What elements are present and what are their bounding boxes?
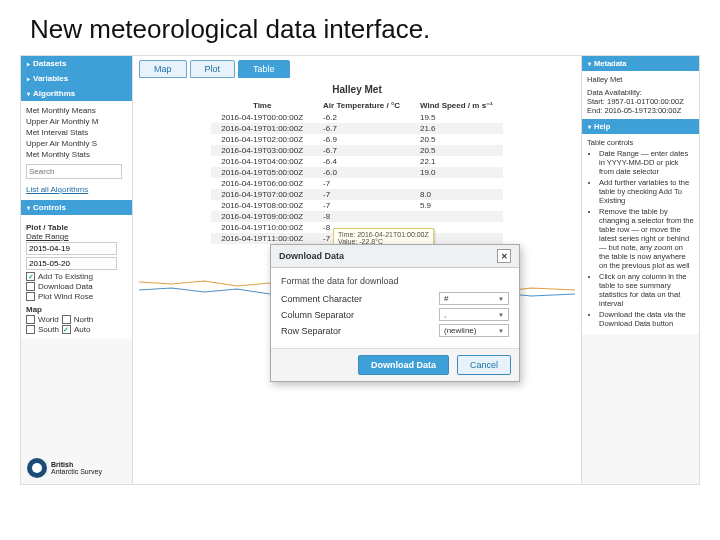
panel-help[interactable]: ▾Help: [582, 119, 699, 134]
table-cell: 2016-04-19T11:00:00Z: [211, 233, 313, 244]
chevron-down-icon: ▾: [588, 123, 591, 130]
chevron-down-icon: ▾: [27, 90, 30, 97]
panel-controls[interactable]: ▾Controls: [21, 200, 132, 215]
left-sidebar: ▸Datasets ▸Variables ▾Algorithms Met Mon…: [21, 56, 133, 484]
auto-checkbox[interactable]: [62, 325, 71, 334]
col-sep-select[interactable]: ,▼: [439, 308, 509, 321]
col-temp[interactable]: Air Temperature / °C: [313, 99, 410, 112]
station-name: Halley Met: [587, 75, 694, 84]
checkbox-label: Plot Wind Rose: [38, 292, 93, 301]
checkbox-label: North: [74, 315, 94, 324]
field-value: #: [444, 294, 448, 303]
col-time[interactable]: Time: [211, 99, 313, 112]
availability-end: End: 2016-05-19T23:00:00Z: [587, 106, 694, 115]
panel-algorithms[interactable]: ▾Algorithms: [21, 86, 132, 101]
help-title: Table controls: [587, 138, 694, 147]
panel-label: Metadata: [594, 59, 627, 68]
field-label: Column Separator: [281, 310, 354, 320]
panel-label: Algorithms: [33, 89, 75, 98]
tooltip-time: Time: 2016-04-21T01:00:00Z: [338, 231, 429, 238]
world-checkbox[interactable]: [26, 315, 35, 324]
table-cell: 2016-04-19T08:00:00Z: [211, 200, 313, 211]
checkbox-label: Add To Existing: [38, 272, 93, 281]
field-label: Comment Character: [281, 294, 362, 304]
table-row[interactable]: 2016-04-19T03:00:00Z-6.720.5: [211, 145, 503, 156]
algorithm-search-input[interactable]: [26, 164, 122, 179]
date-from-input[interactable]: [26, 242, 117, 255]
download-modal: Download Data ✕ Format the data for down…: [270, 244, 520, 382]
table-row[interactable]: 2016-04-19T01:00:00Z-6.721.6: [211, 123, 503, 134]
list-all-algorithms-link[interactable]: List all Algorithms: [26, 183, 127, 196]
chevron-down-icon: ▾: [588, 60, 591, 67]
table-row[interactable]: 2016-04-19T09:00:00Z-8: [211, 211, 503, 222]
panel-label: Controls: [33, 203, 66, 212]
chevron-right-icon: ▸: [27, 75, 30, 82]
table-cell: -6.7: [313, 145, 410, 156]
tab-table[interactable]: Table: [238, 60, 290, 78]
table-row[interactable]: 2016-04-19T08:00:00Z-75.9: [211, 200, 503, 211]
comment-char-select[interactable]: #▼: [439, 292, 509, 305]
availability-label: Data Availability:: [587, 88, 694, 97]
table-cell: 2016-04-19T02:00:00Z: [211, 134, 313, 145]
table-cell: 2016-04-19T00:00:00Z: [211, 112, 313, 123]
plot-wind-rose-checkbox[interactable]: [26, 292, 35, 301]
row-sep-select[interactable]: (newline)▼: [439, 324, 509, 337]
algorithm-item[interactable]: Met Interval Stats: [26, 127, 127, 138]
table-cell: 5.9: [410, 200, 503, 211]
tab-plot[interactable]: Plot: [190, 60, 236, 78]
table-cell: -6.9: [313, 134, 410, 145]
form-row-colsep: Column Separator ,▼: [281, 308, 509, 321]
algorithms-body: Met Monthly Means Upper Air Monthly M Me…: [21, 101, 132, 200]
chevron-down-icon: ▼: [498, 328, 504, 334]
cancel-button[interactable]: Cancel: [457, 355, 511, 375]
table-cell: 21.6: [410, 123, 503, 134]
view-tabs: Map Plot Table: [139, 60, 575, 78]
col-wind[interactable]: Wind Speed / m s⁻¹: [410, 99, 503, 112]
table-cell: -8: [313, 211, 410, 222]
download-data-checkbox[interactable]: [26, 282, 35, 291]
close-icon[interactable]: ✕: [497, 249, 511, 263]
table-cell: 2016-04-19T05:00:00Z: [211, 167, 313, 178]
table-cell: -7: [313, 200, 410, 211]
algorithm-item[interactable]: Upper Air Monthly M: [26, 116, 127, 127]
help-item: Remove the table by changing a selector …: [599, 207, 694, 270]
table-cell: 19.0: [410, 167, 503, 178]
modal-body: Format the data for download Comment Cha…: [271, 268, 519, 348]
table-cell: -6.2: [313, 112, 410, 123]
download-button[interactable]: Download Data: [358, 355, 449, 375]
algorithm-item[interactable]: Met Monthly Stats: [26, 149, 127, 160]
plot-table-label: Plot / Table: [26, 223, 127, 232]
date-to-input[interactable]: [26, 257, 117, 270]
table-row[interactable]: 2016-04-19T05:00:00Z-6.019.0: [211, 167, 503, 178]
panel-datasets[interactable]: ▸Datasets: [21, 56, 132, 71]
table-cell: [410, 178, 503, 189]
table-cell: 2016-04-19T03:00:00Z: [211, 145, 313, 156]
modal-footer: Download Data Cancel: [271, 348, 519, 381]
table-row[interactable]: 2016-04-19T06:00:00Z-7: [211, 178, 503, 189]
table-row[interactable]: 2016-04-19T07:00:00Z-78.0: [211, 189, 503, 200]
north-checkbox[interactable]: [62, 315, 71, 324]
help-item: Add further variables to the table by ch…: [599, 178, 694, 205]
table-cell: 19.5: [410, 112, 503, 123]
help-item: Download the data via the Download Data …: [599, 310, 694, 328]
algorithm-item[interactable]: Upper Air Monthly S: [26, 138, 127, 149]
table-row[interactable]: 2016-04-19T04:00:00Z-6.422.1: [211, 156, 503, 167]
chevron-down-icon: ▼: [498, 312, 504, 318]
table-cell: -7: [313, 189, 410, 200]
form-row-rowsep: Row Separator (newline)▼: [281, 324, 509, 337]
south-checkbox[interactable]: [26, 325, 35, 334]
table-row[interactable]: 2016-04-19T02:00:00Z-6.920.5: [211, 134, 503, 145]
slide-title: New meteorological data interface.: [0, 0, 720, 55]
tab-map[interactable]: Map: [139, 60, 187, 78]
panel-label: Datasets: [33, 59, 66, 68]
help-body: Table controls Date Range — enter dates …: [582, 134, 699, 334]
table-cell: 2016-04-19T01:00:00Z: [211, 123, 313, 134]
add-to-existing-checkbox[interactable]: [26, 272, 35, 281]
panel-metadata[interactable]: ▾Metadata: [582, 56, 699, 71]
panel-variables[interactable]: ▸Variables: [21, 71, 132, 86]
logo-text: BritishAntarctic Survey: [51, 461, 102, 475]
controls-body: Plot / Table Date Range Add To Existing …: [21, 215, 132, 339]
table-row[interactable]: 2016-04-19T00:00:00Z-6.219.5: [211, 112, 503, 123]
algorithm-item[interactable]: Met Monthly Means: [26, 105, 127, 116]
panel-label: Variables: [33, 74, 68, 83]
